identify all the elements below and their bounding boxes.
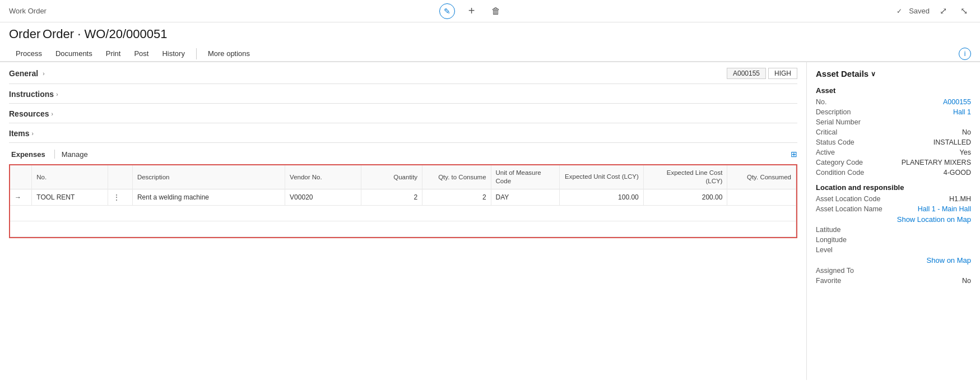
field-asset-location-name-value[interactable]: Hall 1 - Main Hall [918,205,971,213]
field-no-value[interactable]: A000155 [943,98,971,106]
panel-chevron-icon: ∨ [871,70,876,78]
td-qty-to-consume[interactable]: 2 [422,189,491,205]
main-layout: General › A000155 HIGH Instructions › Re… [0,62,980,380]
field-status-code-value: INSTALLED [933,138,971,146]
general-badges: A000155 HIGH [727,68,797,79]
th-no: No. [32,165,108,189]
edit-icon: ✎ [444,7,450,16]
expenses-expand-icon[interactable]: ⊞ [791,150,797,159]
field-asset-location-code-label: Asset Location Code [816,195,880,203]
table-empty-row-2 [10,221,796,236]
asset-section-title: Asset [816,86,971,95]
info-icon[interactable]: i [959,48,971,60]
instructions-section-header[interactable]: Instructions › [9,84,797,104]
td-quantity[interactable]: 2 [361,189,422,205]
field-level-label: Level [816,246,833,254]
td-dots[interactable]: ⋮ [108,189,133,205]
td-expected-unit-cost[interactable]: 100.00 [560,189,644,205]
field-favorite-value: No [962,277,971,285]
th-qty-to-consume: Qty. to Consume [422,165,491,189]
field-active-label: Active [816,149,835,156]
resources-title: Resources [9,109,49,118]
field-active-value: Yes [960,149,971,156]
show-location-on-map-link[interactable]: Show Location on Map [816,215,971,224]
general-title: General [9,69,38,78]
general-arrow: › [43,71,44,77]
top-bar: Work Order ✎ + 🗑 ✓ Saved ⤢ ⤡ [0,0,980,22]
expenses-table-container: No. Description Vendor No. Quantity Qty.… [9,164,797,238]
instructions-title: Instructions [9,90,54,99]
field-asset-location-name-label: Asset Location Name [816,205,883,213]
th-vendor-no: Vendor No. [285,165,361,189]
location-section-title: Location and responsible [816,183,971,192]
menu-history[interactable]: History [155,46,191,62]
add-button[interactable]: + [465,3,479,18]
items-arrow: › [32,131,34,137]
expand-button[interactable]: ⤢ [936,4,950,17]
page-order-label: Order [9,27,40,41]
collapse-button[interactable]: ⤡ [957,4,971,17]
field-condition-code-value: 4-GOOD [944,169,971,177]
td-description[interactable]: Rent a welding machine [132,189,285,205]
expenses-tab[interactable]: Expenses [9,150,48,159]
saved-checkmark: ✓ [897,7,902,15]
field-assigned-to: Assigned To [816,267,971,275]
field-description-label: Description [816,108,851,116]
general-section-header[interactable]: General › A000155 HIGH [9,62,797,84]
field-favorite-label: Favorite [816,277,841,285]
field-category-code-label: Category Code [816,159,863,166]
menu-print[interactable]: Print [99,46,128,62]
delete-button[interactable]: 🗑 [488,5,504,17]
menu-post[interactable]: Post [127,46,155,62]
td-expected-line-cost[interactable]: 200.00 [643,189,727,205]
expenses-section: Expenses Manage ⊞ No. Description V [9,150,797,238]
field-critical-value: No [962,128,971,136]
field-longitude-label: Longitude [816,236,847,244]
th-description: Description [132,165,285,189]
expenses-header: Expenses Manage ⊞ [9,150,797,162]
field-level: Level [816,246,971,254]
badge-high: HIGH [768,68,797,79]
expenses-table: No. Description Vendor No. Quantity Qty.… [10,165,796,237]
work-order-label: Work Order [9,7,47,15]
field-description-value[interactable]: Hall 1 [953,108,971,116]
field-status-code: Status Code INSTALLED [816,138,971,146]
resources-section-header[interactable]: Resources › [9,104,797,123]
field-status-code-label: Status Code [816,138,854,146]
table-row[interactable]: → TOOL RENT ⋮ Rent a welding machine V00… [10,189,796,205]
field-critical-label: Critical [816,128,837,136]
field-no: No. A000155 [816,98,971,106]
th-qty-consumed: Qty. Consumed [727,165,796,189]
menu-documents[interactable]: Documents [49,46,99,62]
menu-more-options[interactable]: More options [201,46,257,61]
items-section-header[interactable]: Items › [9,123,797,143]
badge-a000155: A000155 [727,68,766,79]
menu-process[interactable]: Process [9,46,49,62]
items-title: Items [9,129,30,138]
menu-divider [196,48,197,59]
field-no-label: No. [816,98,826,106]
edit-button[interactable]: ✎ [439,3,455,19]
general-title-group: General › [9,69,44,78]
asset-details-title: Asset Details ∨ [816,69,971,78]
td-row-arrow: → [10,189,32,205]
field-asset-location-code-value: H1.MH [949,195,971,203]
field-asset-location-code: Asset Location Code H1.MH [816,195,971,203]
field-category-code-value: PLANETARY MIXERS [902,159,971,166]
field-category-code: Category Code PLANETARY MIXERS [816,159,971,166]
show-on-map-link[interactable]: Show on Map [816,256,971,265]
top-bar-right: ✓ Saved ⤢ ⤡ [897,4,971,17]
td-vendor-no[interactable]: V00020 [285,189,361,205]
td-qty-consumed[interactable] [727,189,796,205]
field-latitude: Latitude [816,226,971,234]
field-longitude: Longitude [816,236,971,244]
field-description: Description Hall 1 [816,108,971,116]
table-empty-row-1 [10,205,796,221]
expenses-manage[interactable]: Manage [62,150,88,159]
td-unit-of-measure-code[interactable]: DAY [491,189,559,205]
td-no[interactable]: TOOL RENT [32,189,108,205]
page-title-area: Order Order · WO/20/000051 [0,22,980,44]
field-asset-location-name: Asset Location Name Hall 1 - Main Hall [816,205,971,213]
saved-text: Saved [909,7,930,15]
th-dots [108,165,133,189]
